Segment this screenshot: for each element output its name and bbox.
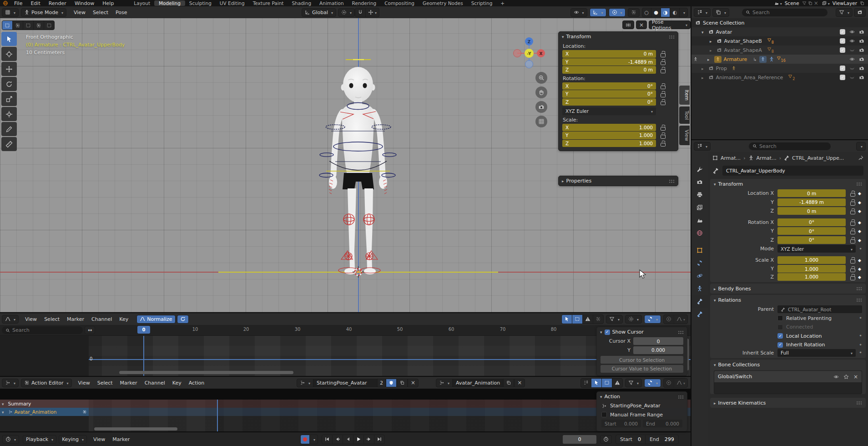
workspace-tab-animation[interactable]: Animation [315, 0, 348, 6]
exclude-checkbox[interactable] [840, 75, 845, 80]
lock-icon[interactable] [849, 228, 855, 234]
select-mode-lasso-button[interactable] [34, 21, 44, 30]
dope-proportional-dropdown[interactable] [644, 379, 661, 387]
location-y-field[interactable]: Y-1.4889 m [562, 58, 656, 66]
keyframe-diamond[interactable] [858, 274, 861, 280]
bone-scale-x-field[interactable]: 1.000 [777, 256, 846, 264]
rotation-mode-dropdown[interactable]: XYZ Euler [777, 245, 856, 253]
dope-sheet-canvas[interactable]: Summary Avatar_Animation [0, 400, 691, 431]
new-collection-button[interactable] [854, 8, 866, 17]
location-z-field[interactable]: Z0 m [562, 66, 656, 74]
viewlayer-name[interactable]: ViewLayer [830, 0, 860, 6]
relative-parenting-checkbox[interactable] [777, 315, 783, 321]
animate-dot[interactable] [859, 342, 862, 348]
show-hidden-button[interactable] [602, 379, 612, 387]
cursor-y-field[interactable]: 0.000 [633, 346, 683, 354]
npanel-properties-collapsed[interactable]: Properties [558, 176, 678, 186]
lock-icon[interactable] [660, 91, 665, 96]
use-preview-range-button[interactable] [600, 435, 612, 444]
toggle-ortho-button[interactable] [535, 116, 547, 127]
breadcrumb-bone[interactable]: CTRL_Avatar_Uppe... [792, 155, 844, 161]
tab-scene[interactable] [691, 214, 708, 227]
xray-toggle-button[interactable] [628, 8, 640, 17]
show-hidden-button[interactable] [572, 315, 583, 324]
workspace-tab-scripting[interactable]: Scripting [467, 0, 497, 6]
outliner-row-scene-collection[interactable]: Scene Collection [691, 18, 868, 27]
hide-eye-icon[interactable] [849, 38, 855, 44]
outliner-sync-button[interactable] [712, 8, 729, 17]
menu-window[interactable]: Window [71, 0, 98, 6]
animate-dot[interactable] [859, 333, 862, 339]
only-selected-button[interactable] [562, 315, 572, 324]
tab-view-layer[interactable] [691, 201, 708, 214]
outliner-row-prop[interactable]: Prop [691, 64, 868, 73]
hide-eye-icon[interactable] [849, 29, 855, 35]
menu-file[interactable]: File [10, 0, 26, 6]
tool-move-button[interactable] [1, 62, 17, 76]
lock-icon[interactable] [849, 208, 855, 214]
transform-panel-header[interactable]: Transform [710, 179, 866, 189]
panel-drag-handle[interactable] [669, 179, 675, 183]
dope-playhead[interactable] [217, 400, 218, 431]
select-mode-circle-button[interactable] [23, 21, 34, 30]
outliner-filter-button[interactable] [836, 8, 853, 17]
bone-location-x-field[interactable]: 0 m [777, 189, 846, 197]
dope-menu-marker[interactable]: Marker [116, 380, 141, 386]
dope-filter-dropdown[interactable] [625, 379, 642, 387]
stash-browse-button[interactable] [436, 379, 453, 387]
graph-menu-view[interactable]: View [21, 316, 40, 322]
outliner-row-armature[interactable]: Armature ↳ 16 [691, 55, 868, 64]
bone-location-z-field[interactable]: 0 m [777, 207, 846, 215]
mode-selector[interactable]: Pose Mode [21, 8, 66, 17]
graph-editor-ruler[interactable]: Search ↔ 10 20 30 40 50 60 70 80 0 [0, 325, 691, 336]
exclude-checkbox[interactable] [840, 66, 845, 71]
timeline-menu-marker[interactable]: Marker [109, 436, 133, 442]
tab-object-data[interactable] [691, 282, 708, 295]
end-frame-field[interactable]: End299 [646, 435, 678, 444]
lock-icon[interactable] [660, 51, 665, 56]
render-camera-icon[interactable] [859, 38, 864, 44]
pose-mode-icon[interactable] [759, 56, 767, 63]
insert-key-circle-button[interactable] [664, 315, 674, 324]
action-name-field[interactable]: StartingPose_Avatar [313, 379, 377, 387]
render-camera-icon[interactable] [859, 29, 864, 35]
tab-tool[interactable]: Tool [679, 106, 690, 124]
tab-tool[interactable] [691, 163, 708, 176]
graph-search-input[interactable]: Search [2, 326, 83, 334]
graph-menu-key[interactable]: Key [116, 316, 132, 322]
breadcrumb-object[interactable]: Armat... [721, 155, 741, 161]
pivot-point-button[interactable] [338, 8, 355, 17]
properties-editor-type-button[interactable] [694, 142, 711, 151]
bone-icon[interactable] [784, 155, 789, 161]
local-location-checkbox[interactable] [777, 333, 783, 339]
keyframe-diamond[interactable] [858, 228, 861, 234]
render-camera-icon[interactable] [859, 75, 864, 80]
action-end-field[interactable]: End0.000 [643, 420, 682, 427]
rotation-x-field[interactable]: X0° [562, 82, 656, 90]
keyframe-diamond[interactable] [858, 237, 861, 243]
show-cursor-checkbox[interactable] [605, 329, 610, 335]
exclude-checkbox[interactable] [840, 47, 845, 53]
tab-render[interactable] [691, 176, 708, 188]
scene-unlink-icon[interactable] [814, 0, 818, 6]
tab-view[interactable]: View [679, 126, 690, 145]
action-users-count[interactable]: 2 [377, 379, 386, 387]
action-panel-header[interactable]: Action [597, 392, 687, 401]
lock-icon[interactable] [849, 257, 855, 263]
viewlayer-icon[interactable] [822, 1, 827, 5]
bone-rotation-y-field[interactable]: 0° [777, 227, 846, 235]
editor-type-button-graph[interactable] [2, 315, 19, 324]
jump-to-end-button[interactable] [374, 435, 384, 444]
gizmos-button[interactable] [590, 8, 606, 17]
workspace-tab-sculpting[interactable]: Sculpting [185, 0, 216, 6]
cursor-value-to-selection-button[interactable]: Cursor Value to Selection [601, 365, 683, 373]
normalize-auto-refresh-button[interactable] [177, 315, 189, 324]
collection-visible-icon[interactable] [833, 374, 839, 380]
location-x-field[interactable]: X0 m [562, 50, 656, 58]
playback-menu[interactable]: Playback [23, 435, 56, 444]
outliner-row-avatar-shapeb[interactable]: Avatar_ShapeB 8 [691, 36, 868, 46]
tool-annotate-button[interactable] [1, 122, 17, 136]
editor-type-button-timeline[interactable] [2, 435, 19, 444]
tab-physics[interactable] [691, 269, 708, 282]
menu-help[interactable]: Help [98, 0, 118, 6]
